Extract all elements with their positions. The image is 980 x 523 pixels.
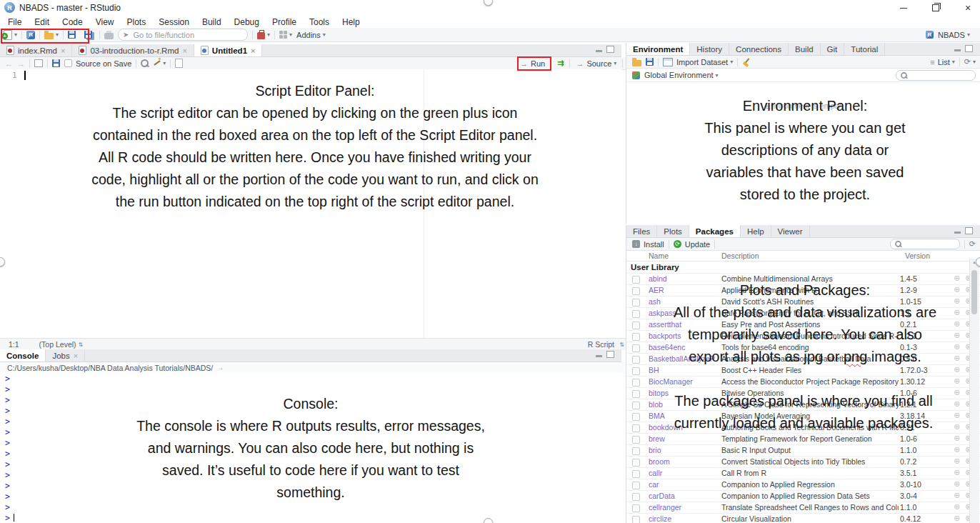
package-name-link[interactable]: assertthat bbox=[649, 320, 681, 329]
maximize-panel-icon[interactable] bbox=[965, 227, 973, 234]
code-tools-caret-icon[interactable]: ▾ bbox=[163, 60, 166, 66]
refresh-packages-icon[interactable]: ⟳ bbox=[969, 240, 976, 248]
window-maximize-button[interactable] bbox=[923, 0, 949, 16]
package-checkbox[interactable] bbox=[632, 356, 640, 364]
print-icon[interactable] bbox=[104, 33, 114, 39]
file-type-selector[interactable]: R Script bbox=[588, 340, 614, 349]
open-file-caret-icon[interactable]: ▾ bbox=[56, 31, 59, 38]
addins-caret-icon[interactable]: ▾ bbox=[323, 31, 326, 38]
package-website-icon[interactable]: ⊕ bbox=[954, 377, 960, 386]
addins-menu[interactable]: Addins bbox=[296, 31, 321, 39]
pane-layout-caret-icon[interactable]: ▾ bbox=[289, 31, 292, 38]
menu-profile[interactable]: Profile bbox=[266, 17, 303, 27]
tab-git[interactable]: Git bbox=[821, 43, 845, 55]
package-name-link[interactable]: brew bbox=[649, 434, 665, 443]
source-on-save-checkbox[interactable] bbox=[64, 59, 72, 67]
package-name-link[interactable]: base64enc bbox=[649, 343, 685, 352]
column-version[interactable]: Version bbox=[905, 251, 930, 260]
package-name-link[interactable]: ash bbox=[649, 297, 661, 306]
goto-file-input[interactable] bbox=[131, 30, 227, 40]
find-replace-icon[interactable] bbox=[141, 59, 149, 67]
import-dataset-button[interactable]: Import Dataset bbox=[676, 58, 728, 66]
package-website-icon[interactable]: ⊕ bbox=[954, 297, 960, 306]
package-name-link[interactable]: blob bbox=[649, 400, 663, 409]
package-name-link[interactable]: carData bbox=[649, 492, 675, 500]
column-description[interactable]: Description bbox=[721, 251, 759, 260]
close-tab-icon[interactable]: × bbox=[74, 352, 78, 360]
close-tab-icon[interactable]: × bbox=[61, 46, 65, 55]
package-website-icon[interactable]: ⊕ bbox=[954, 319, 960, 329]
package-website-icon[interactable]: ⊕ bbox=[954, 422, 960, 432]
package-name-link[interactable]: BasketballAnalyzeR bbox=[649, 354, 715, 363]
new-file-caret-icon[interactable]: ▾ bbox=[14, 31, 17, 38]
update-button[interactable]: Update bbox=[685, 240, 710, 249]
save-icon[interactable] bbox=[68, 31, 76, 39]
tab-build[interactable]: Build bbox=[789, 43, 821, 55]
package-name-link[interactable]: circlize bbox=[649, 514, 671, 523]
console-body[interactable]: >>>>>>>>>>>>>> bbox=[0, 372, 621, 523]
scope-selector[interactable]: (Top Level) bbox=[39, 340, 76, 349]
console-tab-console[interactable]: Console bbox=[0, 349, 46, 362]
package-website-icon[interactable]: ⊕ bbox=[954, 457, 960, 466]
package-website-icon[interactable]: ⊕ bbox=[954, 434, 960, 443]
menu-code[interactable]: Code bbox=[56, 17, 89, 27]
window-close-button[interactable]: × bbox=[955, 0, 980, 16]
package-checkbox[interactable] bbox=[632, 504, 640, 512]
package-website-icon[interactable]: ⊕ bbox=[954, 479, 960, 489]
package-checkbox[interactable] bbox=[632, 344, 640, 352]
menu-plots[interactable]: Plots bbox=[121, 17, 153, 27]
package-checkbox[interactable] bbox=[632, 390, 640, 398]
tools-icon[interactable] bbox=[257, 32, 265, 39]
package-name-link[interactable]: bitops bbox=[649, 389, 669, 397]
editor-tab-index-rmd[interactable]: index.Rmd× bbox=[0, 44, 72, 56]
project-menu[interactable]: R NBADS ▾ bbox=[926, 28, 970, 41]
source-caret-icon[interactable]: ▾ bbox=[614, 60, 616, 66]
package-checkbox[interactable] bbox=[632, 413, 640, 421]
package-checkbox[interactable] bbox=[632, 493, 640, 501]
load-workspace-icon[interactable] bbox=[632, 60, 641, 66]
menu-tools[interactable]: Tools bbox=[303, 17, 336, 27]
source-button[interactable]: Source bbox=[586, 59, 611, 68]
menu-view[interactable]: View bbox=[89, 17, 121, 27]
package-checkbox[interactable] bbox=[632, 299, 640, 307]
package-website-icon[interactable]: ⊕ bbox=[954, 491, 960, 500]
package-website-icon[interactable]: ⊕ bbox=[954, 285, 960, 294]
package-checkbox[interactable] bbox=[632, 310, 640, 318]
package-website-icon[interactable]: ⊕ bbox=[954, 514, 960, 523]
tab-files[interactable]: Files bbox=[626, 225, 657, 237]
open-in-new-window-icon[interactable] bbox=[34, 59, 43, 67]
rerun-icon[interactable]: ⇉ bbox=[557, 59, 564, 68]
package-name-link[interactable]: askpass bbox=[649, 309, 676, 317]
package-name-link[interactable]: backports bbox=[649, 332, 681, 340]
package-name-link[interactable]: BiocManager bbox=[649, 377, 693, 386]
tab-tutorial[interactable]: Tutorial bbox=[844, 43, 885, 55]
package-name-link[interactable]: abind bbox=[649, 274, 667, 283]
refresh-caret-icon[interactable]: ▾ bbox=[973, 59, 976, 65]
packages-search-input[interactable] bbox=[905, 239, 956, 249]
new-file-icon[interactable]: + bbox=[4, 30, 12, 40]
tab-viewer[interactable]: Viewer bbox=[771, 225, 810, 237]
goto-directory-icon[interactable]: → bbox=[216, 364, 224, 372]
compile-report-icon[interactable] bbox=[175, 59, 183, 68]
tab-history[interactable]: History bbox=[690, 43, 729, 55]
column-name[interactable]: Name bbox=[649, 251, 669, 260]
package-checkbox[interactable] bbox=[632, 447, 640, 455]
import-dataset-caret-icon[interactable]: ▾ bbox=[730, 59, 733, 65]
back-icon[interactable]: ← bbox=[5, 59, 13, 68]
clear-environment-icon[interactable] bbox=[742, 58, 751, 66]
run-button[interactable]: Run bbox=[531, 59, 545, 68]
console-tab-jobs[interactable]: Jobs× bbox=[46, 349, 85, 362]
package-website-icon[interactable]: ⊕ bbox=[954, 274, 960, 283]
new-project-icon[interactable]: R bbox=[26, 31, 35, 39]
package-website-icon[interactable]: ⊕ bbox=[954, 388, 960, 397]
menu-edit[interactable]: Edit bbox=[28, 17, 56, 27]
package-checkbox[interactable] bbox=[632, 482, 640, 489]
pane-layout-icon[interactable] bbox=[279, 31, 287, 39]
tab-plots[interactable]: Plots bbox=[657, 225, 689, 237]
editor-tab-03-introduction-to-r-rmd[interactable]: 03-introduction-to-r.Rmd× bbox=[72, 44, 194, 56]
window-minimize-button[interactable] bbox=[891, 0, 916, 16]
install-button[interactable]: Install bbox=[644, 240, 664, 249]
code-tools-icon[interactable] bbox=[153, 59, 161, 67]
open-file-icon[interactable] bbox=[44, 33, 54, 39]
package-website-icon[interactable]: ⊕ bbox=[954, 445, 960, 454]
